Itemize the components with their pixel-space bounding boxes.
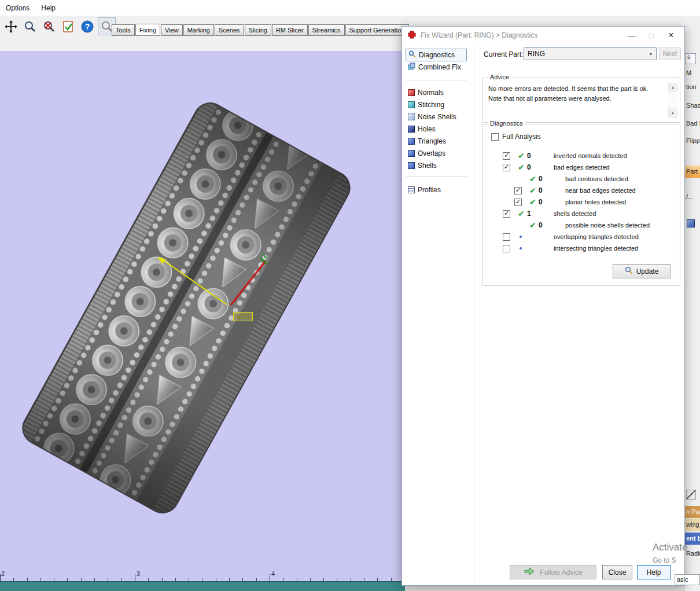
sidebar-item-profiles[interactable]: Profiles bbox=[406, 184, 443, 196]
next-button[interactable]: Next bbox=[659, 47, 681, 60]
fix-wizard-icon bbox=[408, 31, 416, 41]
tool-icons: ? bbox=[2, 17, 116, 35]
pending-dot-icon bbox=[520, 236, 522, 238]
sidebar-item-shells[interactable]: Shells bbox=[406, 160, 439, 171]
check-icon bbox=[518, 210, 525, 218]
full-analysis-row: Full Analysis bbox=[491, 133, 541, 141]
sidebar-item-combined-fix[interactable]: Combined Fix bbox=[406, 61, 463, 73]
sidebar-item-label: Noise Shells bbox=[418, 113, 456, 121]
diagnostic-row: 0 planar holes detected bbox=[514, 196, 676, 208]
sidebar-item-overlaps[interactable]: Overlaps bbox=[406, 148, 448, 159]
maximize-button[interactable]: □ bbox=[642, 31, 661, 40]
diagnostic-label: possible noise shells detected bbox=[565, 222, 650, 229]
shells-cube-icon bbox=[408, 162, 415, 169]
sidebar-item-triangles[interactable]: Triangles bbox=[406, 135, 448, 147]
fix-report-icon[interactable] bbox=[60, 18, 76, 35]
minimize-button[interactable]: — bbox=[622, 31, 642, 40]
near-bad-edges-checkbox[interactable] bbox=[514, 187, 522, 194]
cube-icon[interactable] bbox=[687, 219, 695, 227]
check-icon bbox=[529, 198, 536, 207]
tab-marking[interactable]: Marking bbox=[183, 24, 214, 36]
magnifier-icon bbox=[625, 266, 633, 276]
overlapping-triangles-checkbox[interactable] bbox=[503, 233, 510, 241]
sidebar-item-diagnostics[interactable]: Diagnostics bbox=[406, 49, 467, 61]
advice-title: Advice bbox=[488, 74, 511, 80]
intersecting-triangles-checkbox[interactable] bbox=[503, 245, 510, 252]
update-button[interactable]: Update bbox=[613, 264, 670, 278]
advice-groupbox: Advice No more errors are detected. It s… bbox=[482, 78, 680, 123]
pending-dot-icon bbox=[520, 247, 522, 249]
horizontal-scrollbar[interactable] bbox=[0, 581, 405, 591]
tab-tools[interactable]: Tools bbox=[112, 24, 135, 36]
sidebar-item-noise-shells[interactable]: Noise Shells bbox=[406, 111, 459, 123]
shells-checkbox[interactable] bbox=[503, 210, 510, 218]
inverted-normals-checkbox[interactable] bbox=[503, 152, 510, 160]
menu-options[interactable]: Options bbox=[0, 2, 35, 14]
holes-cube-icon bbox=[408, 126, 415, 133]
diagnostic-row: 0 bad contours detected bbox=[514, 173, 676, 185]
dock-header[interactable]: wing bbox=[684, 519, 700, 531]
watermark-line2: Go to S bbox=[653, 556, 700, 564]
diagnostic-row: overlapping triangles detected bbox=[503, 231, 676, 243]
application-window: Options Help bbox=[0, 0, 700, 591]
help-icon[interactable]: ? bbox=[79, 18, 95, 35]
dock-header[interactable]: n Pag bbox=[684, 506, 700, 518]
help-button[interactable]: Help bbox=[637, 565, 670, 579]
result-count: 0 bbox=[527, 163, 554, 171]
follow-advice-button[interactable]: Follow Advice bbox=[510, 565, 596, 579]
tab-scenes[interactable]: Scenes bbox=[215, 24, 244, 36]
dialog-titlebar[interactable]: Fix Wizard (Part: RING) > Diagnostics — … bbox=[402, 27, 684, 44]
dock-text: tion bbox=[686, 83, 697, 90]
sidebar-item-holes[interactable]: Holes bbox=[406, 123, 438, 135]
diagnostic-row: 0 bad edges detected bbox=[503, 161, 676, 173]
tab-support-generation[interactable]: Support Generation bbox=[345, 24, 409, 36]
tab-rm-slicer[interactable]: RM Slicer bbox=[272, 24, 308, 36]
check-icon bbox=[529, 186, 536, 195]
stitching-icon bbox=[408, 101, 415, 108]
advice-scrollbar[interactable]: ▲ ▼ bbox=[668, 83, 677, 118]
menu-help[interactable]: Help bbox=[35, 2, 61, 14]
noise-shells-icon bbox=[408, 113, 415, 120]
scroll-up-icon[interactable]: ▲ bbox=[668, 83, 677, 91]
current-part-label: Current Part: bbox=[484, 50, 524, 58]
chevron-down-icon: ▼ bbox=[646, 52, 656, 56]
follow-advice-label: Follow Advice bbox=[540, 568, 582, 577]
tab-slicing[interactable]: Slicing bbox=[245, 24, 271, 36]
tab-view[interactable]: View bbox=[161, 24, 183, 36]
scroll-down-icon[interactable]: ▼ bbox=[668, 109, 677, 118]
move-tool-icon[interactable] bbox=[2, 18, 19, 35]
ribbon-tabs: Tools Fixing View Marking Scenes Slicing… bbox=[112, 24, 410, 36]
tab-fixing[interactable]: Fixing bbox=[135, 24, 160, 36]
diagnostic-label: inverted normals detected bbox=[554, 152, 627, 159]
zoom-remove-tool-icon[interactable] bbox=[40, 18, 57, 35]
close-button[interactable]: Close bbox=[602, 565, 632, 579]
diagnostics-title: Diagnostics bbox=[488, 120, 525, 127]
ruler-number: 3 bbox=[137, 570, 140, 577]
bad-edges-checkbox[interactable] bbox=[503, 164, 510, 171]
close-icon[interactable]: × bbox=[661, 30, 681, 41]
diagnostic-row: intersecting triangles detected bbox=[503, 243, 676, 254]
check-icon bbox=[529, 221, 536, 230]
magnifier-icon bbox=[408, 50, 416, 60]
sidebar-item-stitching[interactable]: Stitching bbox=[406, 99, 447, 111]
sidebar-item-normals[interactable]: Normals bbox=[406, 87, 446, 98]
planar-holes-checkbox[interactable] bbox=[514, 199, 522, 206]
windows-activation-watermark: Activate Go to S bbox=[653, 542, 700, 564]
ruler-number: 4 bbox=[271, 570, 275, 577]
dock-header[interactable]: Part I bbox=[684, 166, 700, 178]
sidebar-item-label: Stitching bbox=[418, 101, 444, 109]
diagnostics-rows: 0 inverted normals detected 0 bad edges … bbox=[503, 150, 676, 254]
dock-tab[interactable]: s bbox=[685, 53, 696, 64]
basic-tab[interactable]: asic bbox=[675, 574, 700, 585]
result-count: 1 bbox=[527, 210, 554, 218]
full-analysis-checkbox[interactable] bbox=[491, 133, 499, 141]
result-count: 0 bbox=[539, 186, 565, 194]
zoom-tool-icon[interactable] bbox=[21, 18, 38, 35]
tab-streamics[interactable]: Streamics bbox=[308, 24, 345, 36]
sidebar-item-label: Holes bbox=[418, 125, 436, 133]
edit-icon[interactable] bbox=[686, 490, 696, 500]
result-count: 0 bbox=[527, 152, 554, 160]
current-part-dropdown[interactable]: RING ▼ bbox=[524, 47, 657, 60]
result-count: 0 bbox=[539, 221, 565, 229]
fix-wizard-dialog: Fix Wizard (Part: RING) > Diagnostics — … bbox=[401, 26, 685, 586]
